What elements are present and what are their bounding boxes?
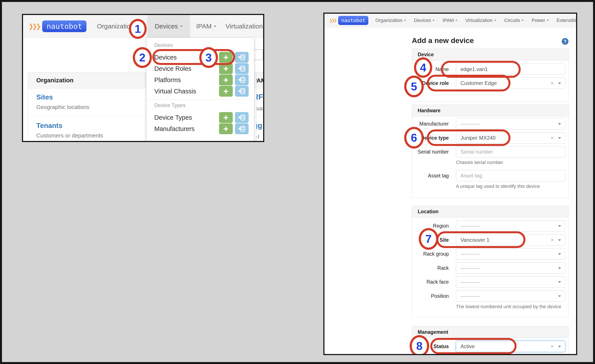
nav-organization-label: Organization <box>97 23 134 30</box>
form-row-asset-tag: Asset tag Asset tag <box>412 170 569 181</box>
chevron-down-icon <box>494 20 496 21</box>
annotation-circle-1: 1 <box>129 19 147 39</box>
clear-icon[interactable]: × <box>551 237 554 243</box>
menu-item-manufacturers[interactable]: Manufacturers + <box>147 123 254 134</box>
import-button[interactable] <box>235 112 249 123</box>
nautobot-chevrons-icon: ❯❯❯ <box>28 21 40 31</box>
nav-virtualization[interactable]: Virtualization <box>226 23 263 30</box>
nav-virtualization[interactable]: Virtualization <box>465 18 496 23</box>
chevron-down-icon <box>180 26 183 27</box>
add-device-form-window: ❯❯❯ nautobot Organization Devices IPAM V… <box>323 13 577 355</box>
help-icon[interactable]: ? <box>562 38 568 45</box>
import-icon <box>238 113 246 122</box>
annotation-stadium-devices-row <box>152 49 235 65</box>
location-section-header: Location <box>412 206 569 217</box>
nautobot-logo[interactable]: nautobot <box>42 21 86 32</box>
add-button[interactable]: + <box>219 112 233 123</box>
annotation-circle-6: 6 <box>404 127 424 148</box>
select-caret-icon <box>558 295 561 297</box>
nav-power[interactable]: Power <box>531 18 549 23</box>
form-row-manufacturer: Manufacturer ---------- <box>412 118 569 129</box>
nav-extensibility[interactable]: Extensibility <box>557 18 576 23</box>
import-icon <box>238 53 246 62</box>
nautobot-menu-window: ❯❯❯ nautobot Organization Devices IPAM V… <box>22 14 264 142</box>
select-caret-icon <box>558 83 561 84</box>
chevron-down-icon <box>455 20 457 21</box>
manufacturer-select[interactable]: ---------- <box>456 118 565 129</box>
import-icon <box>238 64 246 73</box>
nav-label: IPAM <box>442 18 454 23</box>
nav-virtualization-label: Virtualization <box>226 23 263 30</box>
nav-label: Organization <box>375 18 403 23</box>
nav-label: Virtualization <box>465 18 493 23</box>
region-value: ---------- <box>460 223 480 229</box>
add-button[interactable]: + <box>219 75 233 85</box>
nav-ipam-label: IPAM <box>196 23 212 30</box>
position-help: The lowest-numbered unit occupied by the… <box>456 304 561 309</box>
rack-face-value: ---------- <box>460 279 480 285</box>
chevron-down-icon <box>404 20 406 21</box>
rack-face-label: Rack face <box>412 279 456 285</box>
import-button[interactable] <box>235 86 249 97</box>
asset-tag-help: A unique tag used to identify this devic… <box>456 183 540 189</box>
import-button[interactable] <box>235 123 249 134</box>
nav-devices[interactable]: Devices <box>147 15 190 38</box>
annotation-circle-8: 8 <box>410 335 429 355</box>
menu-item-virtual-chassis[interactable]: Virtual Chassis + <box>147 86 254 97</box>
rack-group-select[interactable]: ---------- <box>456 248 565 259</box>
annotation-stadium-device-role <box>427 75 510 91</box>
nautobot-logo[interactable]: nautobot <box>338 16 368 25</box>
nav-devices[interactable]: Devices <box>414 18 435 23</box>
serial-number-placeholder: Serial number <box>460 149 493 155</box>
annotation-circle-4: 4 <box>414 57 432 78</box>
clear-icon[interactable]: × <box>551 81 554 86</box>
nav-label: Power <box>531 18 545 23</box>
select-caret-icon <box>558 281 561 283</box>
nav-ipam[interactable]: IPAM <box>196 23 216 30</box>
region-label: Region <box>412 223 456 229</box>
rack-select[interactable]: ---------- <box>456 262 565 274</box>
page-title: Add a new device <box>412 36 474 45</box>
clear-icon[interactable]: × <box>551 135 554 140</box>
menu-item-platforms[interactable]: Platforms + <box>147 74 254 86</box>
clear-icon[interactable]: × <box>551 344 554 349</box>
manufacturer-label: Manufacturer <box>412 121 456 127</box>
nav-organization[interactable]: Organization <box>375 18 406 23</box>
rack-face-select[interactable]: ---------- <box>456 276 565 287</box>
serial-number-input[interactable]: Serial number <box>456 146 565 157</box>
position-select[interactable]: ---------- <box>456 290 565 302</box>
asset-tag-label: Asset tag <box>412 173 456 179</box>
nav-label: Extensibility <box>557 18 576 23</box>
tutorial-image: ❯❯❯ nautobot Organization Devices IPAM V… <box>0 0 595 364</box>
nav-devices-label: Devices <box>155 23 178 30</box>
form-row-position: Position ---------- <box>412 290 569 302</box>
import-button[interactable] <box>235 52 249 63</box>
manufacturer-value: ---------- <box>460 121 480 127</box>
nav-ipam[interactable]: IPAM <box>442 18 457 23</box>
nautobot-chevrons-icon: ❯❯❯ <box>329 17 336 23</box>
form-row-rack: Rack ---------- <box>412 262 569 274</box>
location-section-card: Location Region ---------- Site Vancouve… <box>412 206 569 317</box>
add-button[interactable]: + <box>219 86 233 97</box>
nav-label: Circuits <box>504 18 520 23</box>
serial-number-help: Chassis serial number <box>456 160 503 165</box>
management-section-header: Management <box>412 326 569 338</box>
nav-circuits[interactable]: Circuits <box>504 18 524 23</box>
select-caret-icon <box>558 239 561 241</box>
menu-item-device-types[interactable]: Device Types + <box>147 112 254 123</box>
menu-item-label: Device Types <box>154 114 219 121</box>
menu-item-label: Virtual Chassis <box>154 88 219 95</box>
annotation-stadium-site <box>436 231 525 248</box>
select-caret-icon <box>558 225 561 227</box>
region-select[interactable]: ---------- <box>456 220 565 231</box>
import-button[interactable] <box>235 63 249 74</box>
rack-value: ---------- <box>460 265 480 271</box>
annotation-circle-3: 3 <box>199 47 218 68</box>
annotation-circle-5: 5 <box>404 76 424 97</box>
asset-tag-input[interactable]: Asset tag <box>456 170 565 181</box>
form-row-rack-group: Rack group ---------- <box>412 248 569 259</box>
menu-item-label: Platforms <box>154 77 219 84</box>
add-button[interactable]: + <box>219 123 233 134</box>
rack-label: Rack <box>412 265 456 271</box>
import-button[interactable] <box>235 75 249 85</box>
